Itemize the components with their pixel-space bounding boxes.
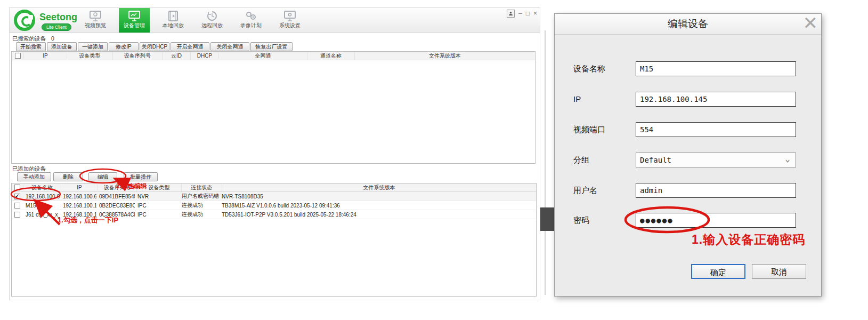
column-header[interactable]: 通道名称: [307, 52, 355, 60]
tab-label: 本地回放: [158, 22, 189, 29]
device-name-cell[interactable]: 192.168.100.66: [23, 194, 60, 199]
minimize-button[interactable]: –: [518, 10, 522, 17]
device-type-cell: IPC: [135, 203, 179, 209]
select-all-checkbox[interactable]: [15, 53, 21, 59]
chevron-down-icon: ⌄: [785, 153, 790, 166]
edit-device-dialog: 编辑设备 ✕ 设备名称 M15 IP 192.168.100.145 视频端口 …: [554, 13, 822, 297]
remote-playback-icon: [206, 11, 218, 21]
user-icon[interactable]: [507, 10, 515, 18]
tab-label: 远程回放: [197, 22, 228, 29]
tab-label: 系统设置: [274, 22, 305, 29]
row-checkbox[interactable]: [14, 203, 20, 209]
table-row[interactable]: 192.168.100.66 192.168.100.66 09D41BFE85…: [12, 192, 536, 201]
record-plan-icon: [245, 11, 257, 21]
tab-record-plan[interactable]: 录像计划: [236, 8, 266, 33]
tab-local-playback[interactable]: 本地回放: [158, 8, 189, 33]
column-header[interactable]: 设备名称: [23, 184, 61, 191]
batch-operation-button[interactable]: 批量操作: [124, 172, 158, 181]
close-button[interactable]: ×: [533, 10, 537, 17]
table-row[interactable]: M15 192.168.100.145 0B2DEC83E8CC3590 IPC…: [12, 201, 536, 210]
toolbar: Seetong Lite Client 视频预览 设备管理 本地回放: [10, 8, 540, 33]
manual-add-button[interactable]: 手动添加: [17, 172, 51, 181]
device-management-icon: [128, 11, 141, 21]
device-name-cell[interactable]: J61 ct[x_xx_x_xx: [23, 212, 60, 218]
group-select[interactable]: Default ⌄: [636, 153, 796, 167]
column-header[interactable]: 连接状态: [182, 184, 222, 191]
added-devices-table: 设备名称 IP 设备序列号 设备类型 连接状态 文件系统版本 192.168.1…: [11, 183, 537, 297]
device-serial-cell: 0B2DEC83E8CC3590: [96, 203, 135, 209]
tab-device-management[interactable]: 设备管理: [119, 8, 150, 33]
column-header[interactable]: IP: [24, 53, 67, 59]
device-name-cell[interactable]: M15: [23, 203, 60, 209]
background-window-edge: [545, 30, 546, 295]
disable-cloud-button[interactable]: 关闭全网通: [210, 42, 249, 51]
system-settings-icon: [283, 11, 296, 21]
tab-label: 设备管理: [119, 22, 150, 29]
device-name-input[interactable]: M15: [636, 61, 796, 76]
searched-devices-count: 0: [51, 35, 54, 42]
device-version-cell: TB38M15-AIZ V1.0.0.6 build 2023-05-12 09…: [219, 203, 536, 209]
searched-devices-label: 已搜索的设备: [12, 35, 46, 43]
column-header[interactable]: 文件系统版本: [222, 184, 536, 191]
column-header[interactable]: IP: [61, 185, 98, 190]
group-label: 分组: [573, 155, 589, 165]
video-port-input[interactable]: 554: [636, 122, 796, 137]
added-devices-label: 已添加的设备: [12, 165, 46, 173]
username-input[interactable]: admin: [636, 183, 796, 198]
start-search-button[interactable]: 开始搜索: [16, 42, 46, 51]
annotation-text-step1: 1.勾选，点击一下IP: [58, 215, 118, 225]
column-header[interactable]: 云ID: [163, 52, 191, 60]
video-preview-icon: [89, 11, 102, 21]
seetong-logo-icon: [14, 10, 35, 31]
password-input[interactable]: ●●●●●●: [636, 213, 796, 228]
device-version-cell: NVR-TS8108D35: [219, 194, 536, 199]
video-port-label: 视频端口: [573, 125, 605, 135]
brand-name: Seetong: [39, 12, 77, 23]
dialog-close-icon[interactable]: ✕: [803, 12, 818, 34]
ip-input[interactable]: 192.168.100.145: [636, 92, 796, 107]
select-all-checkbox[interactable]: [14, 185, 20, 190]
username-label: 用户名: [573, 186, 597, 196]
ok-button[interactable]: 确定: [691, 264, 745, 279]
searched-devices-table: IP 设备类型 设备序列号 云ID DHCP 全网通 通道名称 文件系统版本: [11, 51, 536, 164]
device-ip-cell: 192.168.100.66: [60, 194, 96, 199]
close-dhcp-button[interactable]: 关闭DHCP: [140, 42, 169, 51]
tab-label: 视频预览: [80, 22, 111, 29]
added-table-header: 设备名称 IP 设备序列号 设备类型 连接状态 文件系统版本: [12, 183, 536, 192]
factory-reset-button[interactable]: 恢复出厂设置: [250, 42, 293, 51]
device-serial-cell: 09D41BFE854530F0: [96, 194, 135, 199]
device-type-cell: NVR: [135, 194, 179, 199]
tab-video-preview[interactable]: 视频预览: [80, 8, 111, 33]
device-type-cell: IPC: [135, 212, 179, 218]
group-select-value: Default: [640, 156, 671, 164]
brand-badge: Lite Client: [42, 23, 71, 31]
dialog-titlebar[interactable]: 编辑设备 ✕: [555, 14, 821, 35]
tab-remote-playback[interactable]: 远程回放: [197, 8, 228, 33]
delete-button[interactable]: 删除: [53, 172, 83, 181]
row-checkbox[interactable]: [14, 212, 20, 218]
screen: Seetong Lite Client 视频预览 设备管理 本地回放: [0, 0, 868, 320]
column-header[interactable]: 文件系统版本: [355, 52, 535, 60]
edit-button[interactable]: 编辑: [88, 172, 117, 181]
enable-cloud-button[interactable]: 开启全网通: [171, 42, 209, 51]
annotation-text-step2: 2.点击编辑: [116, 182, 147, 191]
column-header[interactable]: 全网通: [219, 52, 307, 60]
maximize-button[interactable]: □: [526, 10, 530, 17]
column-header[interactable]: 设备序列号: [113, 52, 163, 60]
modify-ip-button[interactable]: 修改IP: [109, 42, 139, 51]
one-key-add-button[interactable]: 一键添加: [78, 42, 108, 51]
add-device-button[interactable]: 添加设备: [47, 42, 77, 51]
device-status-cell: 用户名或密码错误: [179, 193, 219, 200]
tab-system-settings[interactable]: 系统设置: [274, 8, 305, 33]
cancel-button[interactable]: 取消: [752, 264, 806, 279]
device-ip-cell: 192.168.100.145: [60, 203, 96, 209]
row-checkbox[interactable]: [14, 194, 20, 199]
seetong-main-window: Seetong Lite Client 视频预览 设备管理 本地回放: [9, 7, 540, 300]
column-header[interactable]: DHCP: [191, 53, 219, 59]
device-status-cell: 连接成功: [179, 211, 219, 218]
dialog-title: 编辑设备: [555, 14, 821, 34]
device-status-cell: 连接成功: [179, 202, 219, 209]
ip-label: IP: [573, 94, 581, 103]
column-header[interactable]: 设备类型: [67, 52, 113, 60]
annotation-text-password: 1.输入设备正确密码: [692, 231, 805, 248]
